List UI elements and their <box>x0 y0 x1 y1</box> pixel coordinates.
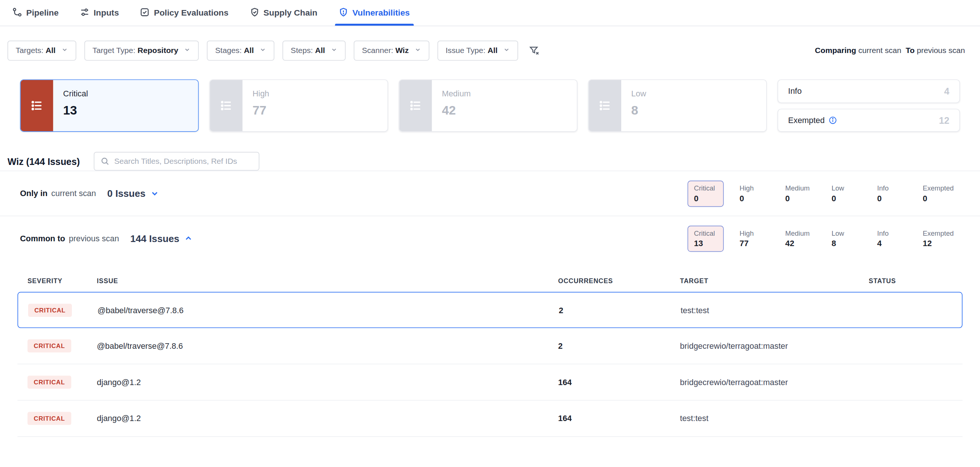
filter-targets[interactable]: Targets: All <box>7 41 76 61</box>
severity-badge: CRITICAL <box>27 375 71 388</box>
chip-critical[interactable]: Critical 0 <box>687 180 724 206</box>
table-row[interactable]: CRITICAL django@1.2 164 bridgecrewio/ter… <box>18 364 963 401</box>
section-scope: previous scan <box>69 234 119 243</box>
filter-stages[interactable]: Stages: All <box>207 41 275 61</box>
section-scope: current scan <box>51 189 96 198</box>
chip-label: Critical <box>694 184 718 192</box>
chevron-up-icon[interactable] <box>184 234 192 242</box>
chevron-down-icon <box>61 46 68 55</box>
tab-policy-evaluations[interactable]: Policy Evaluations <box>140 0 228 25</box>
chip-label: Medium <box>785 184 810 192</box>
severity-label: Low <box>631 89 646 98</box>
severity-count: 77 <box>252 103 269 118</box>
chip-value: 0 <box>831 194 855 203</box>
chevron-down-icon <box>259 46 267 55</box>
filter-label: Stages: <box>215 46 242 55</box>
target-cell: test:test <box>680 414 869 423</box>
filter-label: Targets: <box>16 46 43 55</box>
target-cell: bridgecrewio/terragoat:master <box>680 342 869 351</box>
chip-value: 12 <box>923 238 954 248</box>
filter-steps[interactable]: Steps: All <box>282 41 345 61</box>
filter-scanner[interactable]: Scanner: Wiz <box>353 41 429 61</box>
filter-label: Steps: <box>291 46 313 55</box>
column-header-target: TARGET <box>680 277 869 284</box>
info-icon[interactable] <box>829 116 837 124</box>
search-input[interactable] <box>114 157 252 166</box>
table-row[interactable]: CRITICAL @babel/traverse@7.8.6 2 test:te… <box>18 292 963 328</box>
severity-card-exempted[interactable]: Exempted 12 <box>778 109 960 132</box>
section-toggle[interactable]: Common to previous scan 144 Issues <box>20 233 192 244</box>
tab-supply-chain[interactable]: Supply Chain <box>250 0 318 25</box>
severity-card-critical[interactable]: Critical 13 <box>20 79 199 132</box>
severity-card-low[interactable]: Low 8 <box>588 79 767 132</box>
shield-alert-icon <box>339 7 348 18</box>
severity-chip-row: Critical 0 High 0 Medium 0 Low 0 Info 0 … <box>687 180 960 206</box>
clipboard-check-icon <box>140 7 150 18</box>
chip-exempted[interactable]: Exempted 0 <box>916 180 960 206</box>
chip-high[interactable]: High 77 <box>733 226 770 252</box>
chip-value: 0 <box>785 194 810 203</box>
severity-summary-row: Critical 13 High 77 Medium 42 <box>20 79 960 132</box>
table-row[interactable]: CRITICAL @babel/traverse@7.8.6 2 bridgec… <box>18 328 963 364</box>
section-common-to-previous-scan: Common to previous scan 144 Issues Criti… <box>0 216 980 261</box>
app-viewport: Pipeline Inputs Policy Evaluations Suppl… <box>0 0 980 467</box>
results-header: Wiz (144 Issues) <box>7 152 972 171</box>
severity-badge: CRITICAL <box>27 412 71 425</box>
severity-list-icon <box>21 80 53 131</box>
severity-label: Critical <box>63 89 88 98</box>
chip-label: Medium <box>785 229 810 237</box>
table-row[interactable]: CRITICAL django@1.2 164 test:test <box>18 401 963 437</box>
tab-pipeline[interactable]: Pipeline <box>13 0 59 25</box>
chip-value: 4 <box>877 238 901 248</box>
filter-issue-type[interactable]: Issue Type: All <box>438 41 518 61</box>
tab-label: Inputs <box>94 8 119 17</box>
sliders-icon <box>80 7 89 18</box>
chip-medium[interactable]: Medium 42 <box>779 226 816 252</box>
filter-target-type[interactable]: Target Type: Repository <box>84 41 199 61</box>
table-header-row: SEVERITY ISSUE OCCURRENCES TARGET STATUS <box>18 261 963 292</box>
comparing-label: Comparing current scan To previous scan <box>815 46 973 55</box>
chip-high[interactable]: High 0 <box>733 180 770 206</box>
chip-low[interactable]: Low 8 <box>826 226 862 252</box>
tab-vulnerabilities[interactable]: Vulnerabilities <box>339 0 410 25</box>
chevron-down-icon <box>331 46 338 55</box>
severity-card-body: Low 8 <box>621 80 656 131</box>
results-title: Wiz (144 Issues) <box>7 156 80 167</box>
tab-label: Supply Chain <box>264 8 317 17</box>
comparing-word: Comparing <box>815 46 856 55</box>
chip-value: 8 <box>831 238 855 248</box>
severity-label: Exempted <box>788 116 837 125</box>
chip-info[interactable]: Info 0 <box>871 180 907 206</box>
section-prefix: Only in <box>20 189 48 198</box>
severity-list-icon <box>589 80 621 131</box>
vulnerabilities-page: Pipeline Inputs Policy Evaluations Suppl… <box>0 0 980 467</box>
filter-value: All <box>46 46 56 55</box>
chip-medium[interactable]: Medium 0 <box>779 180 816 206</box>
severity-card-body: Medium 42 <box>432 80 481 131</box>
filter-label: Issue Type: <box>445 46 485 55</box>
section-only-in-current-scan: Only in current scan 0 Issues Critical 0… <box>0 170 980 215</box>
severity-list-icon <box>399 80 432 131</box>
chip-value: 77 <box>740 238 763 248</box>
severity-card-high[interactable]: High 77 <box>209 79 388 132</box>
chip-low[interactable]: Low 0 <box>826 180 862 206</box>
secondary-severity-column: Info 4 Exempted 12 <box>778 79 960 132</box>
target-cell: bridgecrewio/terragoat:master <box>680 377 869 387</box>
severity-card-medium[interactable]: Medium 42 <box>399 79 578 132</box>
occurrences-cell: 164 <box>558 377 680 387</box>
chip-exempted[interactable]: Exempted 12 <box>916 226 960 252</box>
severity-count: 12 <box>939 115 949 125</box>
issue-cell: @babel/traverse@7.8.6 <box>97 342 558 351</box>
severity-card-body: Critical 13 <box>53 80 98 131</box>
chip-critical[interactable]: Critical 13 <box>687 226 724 252</box>
section-prefix: Common to <box>20 234 65 243</box>
chip-label: Exempted <box>923 184 954 192</box>
section-toggle[interactable]: Only in current scan 0 Issues <box>20 188 159 199</box>
chevron-down-icon[interactable] <box>151 189 159 197</box>
chip-label: High <box>740 229 763 237</box>
chip-info[interactable]: Info 4 <box>871 226 907 252</box>
tab-inputs[interactable]: Inputs <box>80 0 119 25</box>
severity-card-info[interactable]: Info 4 <box>778 79 960 103</box>
filter-bar: Targets: All Target Type: Repository Sta… <box>7 41 972 61</box>
clear-filters-icon[interactable] <box>529 46 539 56</box>
